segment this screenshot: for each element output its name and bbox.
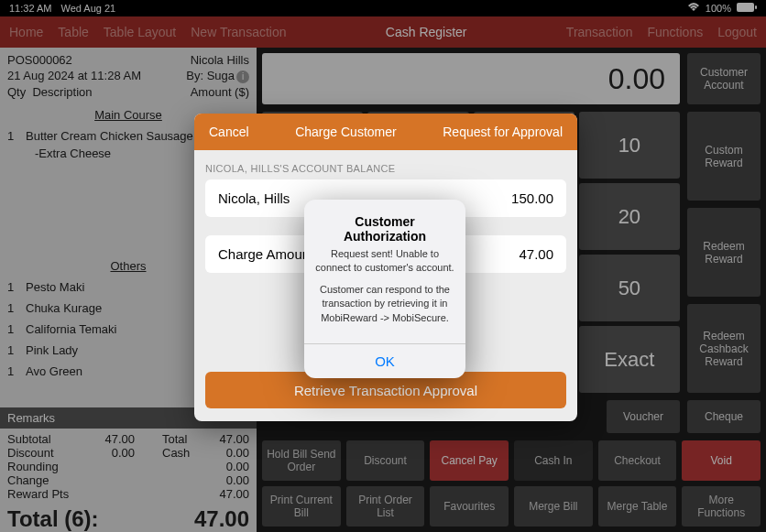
alert-message-1: Request sent! Unable to connect to custo… [313, 247, 456, 276]
balance-label: NICOLA, HILLS'S ACCOUNT BALANCE [205, 163, 566, 174]
balance-value: 150.00 [511, 190, 553, 206]
ok-button[interactable]: OK [304, 343, 465, 378]
cancel-button[interactable]: Cancel [209, 125, 249, 139]
alert-message-2: Customer can respond to the transaction … [313, 283, 456, 325]
balance-name: Nicola, Hills [218, 190, 290, 206]
request-approval-button[interactable]: Request for Approval [443, 125, 563, 139]
authorization-alert: Customer Authorization Request sent! Una… [304, 200, 465, 378]
charge-label: Charge Amount [218, 246, 313, 262]
charge-value: 47.00 [519, 246, 553, 262]
alert-title: Customer Authorization [313, 214, 456, 244]
modal-title: Charge Customer [295, 125, 397, 139]
